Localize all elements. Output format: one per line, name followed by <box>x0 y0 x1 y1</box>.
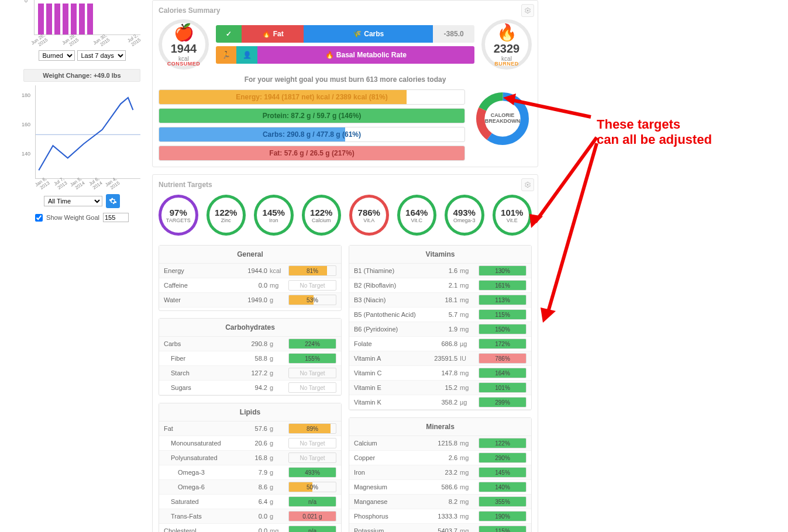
target-bar[interactable]: 161% <box>479 280 527 291</box>
arrow-icon <box>503 94 597 129</box>
target-bar[interactable]: 115% <box>479 526 527 532</box>
target-bar[interactable]: 53% <box>288 295 336 305</box>
arrow-icon <box>538 140 603 327</box>
table-minerals: Minerals Calcium 1215.8 mg 122% Copper 2… <box>349 417 532 532</box>
gear-icon <box>524 7 531 14</box>
weight-line-chart: 180 160 140 <box>35 85 140 179</box>
target-bar[interactable]: No Target <box>288 452 336 463</box>
table-row: Polyunsaturated 16.8 g No Target <box>159 451 341 465</box>
protein-seg: ✓ <box>216 25 242 43</box>
nt-ring-vit.e[interactable]: 101% Vit.E <box>493 195 532 236</box>
weight-range-select[interactable]: All Time <box>44 196 102 206</box>
table-row: Iron 23.2 mg 145% <box>349 465 531 480</box>
table-row: Phosphorus 1333.3 mg 190% <box>349 509 531 524</box>
svg-marker-9 <box>541 308 556 323</box>
target-bar[interactable]: 130% <box>479 265 527 276</box>
activity-seg: 🏃 <box>216 46 236 64</box>
table-row: B3 (Niacin) 18.1 mg 113% <box>349 293 531 308</box>
table-row: Starch 127.2 g No Target <box>159 366 341 381</box>
target-bar[interactable]: 145% <box>479 467 527 478</box>
burned-metric-select[interactable]: Burned <box>39 50 75 61</box>
consumed-ring: 🍎 1944 kcal CONSUMED <box>159 19 209 70</box>
goal-weight-input[interactable] <box>103 213 129 222</box>
target-bar[interactable]: No Target <box>288 438 336 448</box>
target-bar[interactable]: n/a <box>288 496 336 507</box>
table-row: Potassium 5403.7 mg 115% <box>349 524 531 532</box>
target-bar[interactable]: 81% <box>288 265 336 276</box>
svg-marker-7 <box>503 94 516 105</box>
nt-title: Nutrient Targets <box>159 181 532 189</box>
table-row: B5 (Pantothenic Acid) 5.7 mg 115% <box>349 308 531 322</box>
burned-ring: 🔥 2329 kcal BURNED <box>481 19 532 70</box>
show-weight-goal-checkbox[interactable] <box>35 214 43 222</box>
burned-range-select[interactable]: Last 7 days <box>77 50 126 61</box>
nt-ring-vit.a[interactable]: 786% Vit.A <box>349 195 389 236</box>
nt-ring-iron[interactable]: 145% Iron <box>254 195 294 236</box>
bar-x-labels: Jun 26, 2015Jun 28, 2015Jun 30, 2015Jul … <box>32 36 140 47</box>
target-bar[interactable]: 355% <box>479 496 527 507</box>
table-row: Calcium 1215.8 mg 122% <box>349 436 531 451</box>
target-bar[interactable]: 786% <box>479 353 527 364</box>
nt-ring-omega-3[interactable]: 493% Omega-3 <box>445 195 484 236</box>
table-row: Sugars 94.2 g No Target <box>159 381 341 395</box>
target-bar[interactable]: 122% <box>479 438 527 448</box>
table-row: Omega-3 7.9 g 493% <box>159 465 341 480</box>
protein-bar: Protein: 87.2 g / 59.7 g (146%) <box>159 108 465 123</box>
bmr-seg: 🔥 Basal Metabolic Rate <box>257 46 474 64</box>
table-row: B1 (Thiamine) 1.6 mg 130% <box>349 264 531 278</box>
calories-summary-card: Calories Summary 🍎 1944 kcal CONSUMED ✓ … <box>152 0 538 167</box>
target-bar[interactable]: No Target <box>288 280 336 291</box>
table-row: Magnesium 586.6 mg 140% <box>349 480 531 495</box>
weight-goal-text: For your weight goal you must burn 613 m… <box>159 75 532 84</box>
target-bar[interactable]: 115% <box>479 309 527 320</box>
table-row: Trans-Fats 0.0 g 0.021 g <box>159 509 341 524</box>
table-vitamins: Vitamins B1 (Thiamine) 1.6 mg 130% B2 (R… <box>349 245 532 410</box>
target-bar[interactable]: 150% <box>479 324 527 334</box>
table-row: Fiber 58.8 g 155% <box>159 351 341 366</box>
flame-icon: 🔥 <box>497 23 517 42</box>
target-bar[interactable]: 224% <box>288 338 336 349</box>
remaining-seg: -385.0 <box>433 25 474 43</box>
show-weight-goal-label: Show Weight Goal <box>46 214 99 221</box>
target-bar[interactable]: 101% <box>479 382 527 393</box>
target-bar[interactable]: 299% <box>479 397 527 407</box>
target-bar[interactable]: n/a <box>288 526 336 532</box>
table-row: Water 1949.0 g 53% <box>159 293 341 308</box>
carbs-bar: Carbs: 290.8 g / 477.8 g (61%) <box>159 127 465 142</box>
target-bar[interactable]: 89% <box>288 423 336 434</box>
table-row: Monounsaturated 20.6 g No Target <box>159 436 341 451</box>
nt-ring-calcium[interactable]: 122% Calcium <box>302 195 342 236</box>
calsum-settings-button[interactable] <box>521 4 534 17</box>
table-row: Fat 57.6 g 89% <box>159 422 341 436</box>
target-bar[interactable]: 50% <box>288 482 336 492</box>
table-row: Vitamin C 147.8 mg 164% <box>349 366 531 381</box>
annotation-line1: These targets <box>597 117 712 132</box>
weight-settings-button[interactable] <box>106 194 120 208</box>
table-row: Cholesterol 0.0 mg n/a <box>159 524 341 532</box>
table-lipids: Lipids Fat 57.6 g 89% Monounsaturated 20… <box>159 403 342 532</box>
target-bar[interactable]: 190% <box>479 511 527 521</box>
target-bar[interactable]: 290% <box>479 452 527 463</box>
target-bar[interactable]: 0.021 g <box>288 511 336 521</box>
target-bar[interactable]: No Target <box>288 368 336 378</box>
target-bar[interactable]: 155% <box>288 353 336 364</box>
target-bar[interactable]: 140% <box>479 482 527 492</box>
table-row: Caffeine 0.0 mg No Target <box>159 278 341 293</box>
nt-ring-zinc[interactable]: 122% Zinc <box>207 195 246 236</box>
target-bar[interactable]: 164% <box>479 368 527 378</box>
nt-ring-vit.c[interactable]: 164% Vit.C <box>397 195 437 236</box>
bar-y-zero: 0 <box>25 0 27 4</box>
table-row: Saturated 6.4 g n/a <box>159 495 341 509</box>
target-bar[interactable]: 172% <box>479 338 527 349</box>
target-bar[interactable]: 113% <box>479 295 527 305</box>
gear-icon <box>109 197 117 205</box>
target-bar[interactable]: No Target <box>288 382 336 393</box>
nt-ring-targets[interactable]: 97% TARGETS <box>159 195 198 236</box>
nutrient-targets-card: Nutrient Targets 97% TARGETS 122% Zinc 1… <box>152 174 538 532</box>
target-bar[interactable]: 493% <box>288 467 336 478</box>
intake-bars: ✓ 🔥 Fat 🌾 Carbs -385.0 🏃 👤 🔥 Basal Metab… <box>216 25 474 64</box>
fat-seg: 🔥 Fat <box>242 25 304 43</box>
carbs-seg: 🌾 Carbs <box>304 25 433 43</box>
table-row: Carbs 290.8 g 224% <box>159 337 341 351</box>
table-general: General Energy 1944.0 kcal 81% Caffeine … <box>159 245 342 311</box>
